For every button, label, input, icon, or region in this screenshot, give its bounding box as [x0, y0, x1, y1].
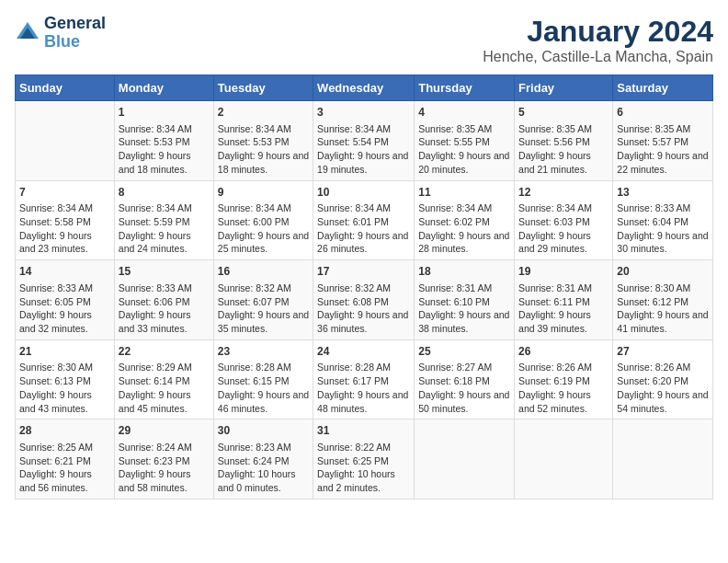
sunrise-text: Sunrise: 8:29 AM — [119, 362, 192, 373]
header-row: Sunday Monday Tuesday Wednesday Thursday… — [16, 75, 713, 101]
sunrise-text: Sunrise: 8:23 AM — [218, 442, 291, 453]
sunset-text: Sunset: 6:20 PM — [617, 375, 688, 386]
week-row-5: 28Sunrise: 8:25 AMSunset: 6:21 PMDayligh… — [16, 419, 713, 500]
sunset-text: Sunset: 5:55 PM — [418, 136, 490, 147]
sunset-text: Sunset: 6:15 PM — [218, 375, 290, 386]
date-number: 7 — [19, 185, 110, 201]
col-tuesday: Tuesday — [213, 75, 313, 101]
sunset-text: Sunset: 6:14 PM — [119, 375, 190, 386]
calendar-subtitle: Henche, Castille-La Mancha, Spain — [483, 49, 713, 65]
logo: General Blue — [15, 15, 106, 52]
col-thursday: Thursday — [415, 75, 515, 101]
daylight-text: Daylight: 9 hours and 36 minutes. — [317, 309, 408, 334]
sunset-text: Sunset: 6:03 PM — [518, 216, 590, 227]
sunrise-text: Sunrise: 8:24 AM — [119, 442, 192, 453]
sunrise-text: Sunrise: 8:34 AM — [218, 202, 291, 213]
sunset-text: Sunset: 5:59 PM — [119, 216, 190, 227]
day-cell: 31Sunrise: 8:22 AMSunset: 6:25 PMDayligh… — [313, 419, 415, 500]
sunset-text: Sunset: 6:25 PM — [317, 455, 389, 466]
sunrise-text: Sunrise: 8:27 AM — [418, 362, 492, 373]
day-cell: 11Sunrise: 8:34 AMSunset: 6:02 PMDayligh… — [415, 180, 515, 260]
day-cell: 8Sunrise: 8:34 AMSunset: 5:59 PMDaylight… — [114, 180, 213, 260]
date-number: 18 — [418, 264, 510, 280]
daylight-text: Daylight: 9 hours and 18 minutes. — [218, 150, 309, 175]
date-number: 11 — [418, 185, 510, 201]
daylight-text: Daylight: 9 hours and 19 minutes. — [317, 150, 408, 175]
week-row-3: 14Sunrise: 8:33 AMSunset: 6:05 PMDayligh… — [16, 260, 713, 340]
day-cell: 12Sunrise: 8:34 AMSunset: 6:03 PMDayligh… — [515, 180, 613, 260]
day-cell: 13Sunrise: 8:33 AMSunset: 6:04 PMDayligh… — [613, 180, 713, 260]
daylight-text: Daylight: 9 hours and 54 minutes. — [617, 389, 708, 414]
sunrise-text: Sunrise: 8:35 AM — [518, 123, 592, 134]
day-cell — [613, 419, 713, 500]
sunset-text: Sunset: 6:18 PM — [418, 375, 490, 386]
sunset-text: Sunset: 6:10 PM — [418, 296, 490, 307]
daylight-text: Daylight: 9 hours and 48 minutes. — [317, 389, 408, 414]
sunrise-text: Sunrise: 8:30 AM — [617, 282, 690, 293]
sunrise-text: Sunrise: 8:34 AM — [218, 123, 291, 134]
day-cell: 30Sunrise: 8:23 AMSunset: 6:24 PMDayligh… — [213, 419, 313, 500]
sunrise-text: Sunrise: 8:33 AM — [617, 202, 690, 213]
date-number: 14 — [19, 264, 110, 280]
daylight-text: Daylight: 9 hours and 28 minutes. — [418, 230, 509, 255]
day-cell: 3Sunrise: 8:34 AMSunset: 5:54 PMDaylight… — [313, 101, 415, 181]
sunset-text: Sunset: 5:54 PM — [317, 136, 389, 147]
date-number: 22 — [119, 344, 210, 360]
daylight-text: Daylight: 9 hours and 46 minutes. — [218, 389, 309, 414]
daylight-text: Daylight: 10 hours and 2 minutes. — [317, 468, 395, 493]
sunset-text: Sunset: 6:06 PM — [119, 296, 190, 307]
sunrise-text: Sunrise: 8:34 AM — [518, 202, 592, 213]
daylight-text: Daylight: 9 hours and 22 minutes. — [617, 150, 708, 175]
date-number: 25 — [418, 344, 510, 360]
sunset-text: Sunset: 6:00 PM — [218, 216, 290, 227]
day-cell: 28Sunrise: 8:25 AMSunset: 6:21 PMDayligh… — [16, 419, 115, 500]
sunset-text: Sunset: 6:11 PM — [518, 296, 590, 307]
sunset-text: Sunset: 6:17 PM — [317, 375, 389, 386]
day-cell: 14Sunrise: 8:33 AMSunset: 6:05 PMDayligh… — [16, 260, 115, 340]
week-row-4: 21Sunrise: 8:30 AMSunset: 6:13 PMDayligh… — [16, 339, 713, 419]
sunset-text: Sunset: 6:02 PM — [418, 216, 490, 227]
date-number: 3 — [317, 105, 410, 121]
day-cell: 20Sunrise: 8:30 AMSunset: 6:12 PMDayligh… — [613, 260, 713, 340]
sunrise-text: Sunrise: 8:26 AM — [617, 362, 690, 373]
col-monday: Monday — [114, 75, 213, 101]
col-sunday: Sunday — [16, 75, 115, 101]
date-number: 26 — [518, 344, 609, 360]
date-number: 1 — [119, 105, 210, 121]
sunset-text: Sunset: 6:13 PM — [19, 375, 91, 386]
sunrise-text: Sunrise: 8:31 AM — [518, 282, 592, 293]
daylight-text: Daylight: 9 hours and 45 minutes. — [119, 389, 191, 414]
date-number: 19 — [518, 264, 609, 280]
daylight-text: Daylight: 9 hours and 18 minutes. — [119, 150, 191, 175]
sunset-text: Sunset: 5:53 PM — [119, 136, 190, 147]
day-cell — [16, 101, 115, 181]
day-cell — [415, 419, 515, 500]
day-cell — [515, 419, 613, 500]
daylight-text: Daylight: 9 hours and 26 minutes. — [317, 230, 408, 255]
daylight-text: Daylight: 9 hours and 41 minutes. — [617, 309, 708, 334]
day-cell: 19Sunrise: 8:31 AMSunset: 6:11 PMDayligh… — [515, 260, 613, 340]
date-number: 30 — [218, 423, 309, 439]
sunrise-text: Sunrise: 8:34 AM — [119, 123, 192, 134]
date-number: 31 — [317, 423, 410, 439]
day-cell: 23Sunrise: 8:28 AMSunset: 6:15 PMDayligh… — [213, 339, 313, 419]
sunset-text: Sunset: 5:57 PM — [617, 136, 688, 147]
date-number: 5 — [518, 105, 609, 121]
date-number: 17 — [317, 264, 410, 280]
sunrise-text: Sunrise: 8:30 AM — [19, 362, 93, 373]
sunrise-text: Sunrise: 8:35 AM — [617, 123, 690, 134]
daylight-text: Daylight: 9 hours and 35 minutes. — [218, 309, 309, 334]
day-cell: 7Sunrise: 8:34 AMSunset: 5:58 PMDaylight… — [16, 180, 115, 260]
sunrise-text: Sunrise: 8:33 AM — [19, 282, 93, 293]
logo-icon — [15, 20, 40, 46]
sunset-text: Sunset: 6:01 PM — [317, 216, 389, 227]
day-cell: 21Sunrise: 8:30 AMSunset: 6:13 PMDayligh… — [16, 339, 115, 419]
daylight-text: Daylight: 9 hours and 58 minutes. — [119, 468, 191, 493]
sunset-text: Sunset: 5:53 PM — [218, 136, 290, 147]
daylight-text: Daylight: 9 hours and 30 minutes. — [617, 230, 708, 255]
day-cell: 16Sunrise: 8:32 AMSunset: 6:07 PMDayligh… — [213, 260, 313, 340]
date-number: 24 — [317, 344, 410, 360]
day-cell: 9Sunrise: 8:34 AMSunset: 6:00 PMDaylight… — [213, 180, 313, 260]
sunset-text: Sunset: 6:12 PM — [617, 296, 688, 307]
week-row-1: 1Sunrise: 8:34 AMSunset: 5:53 PMDaylight… — [16, 101, 713, 181]
